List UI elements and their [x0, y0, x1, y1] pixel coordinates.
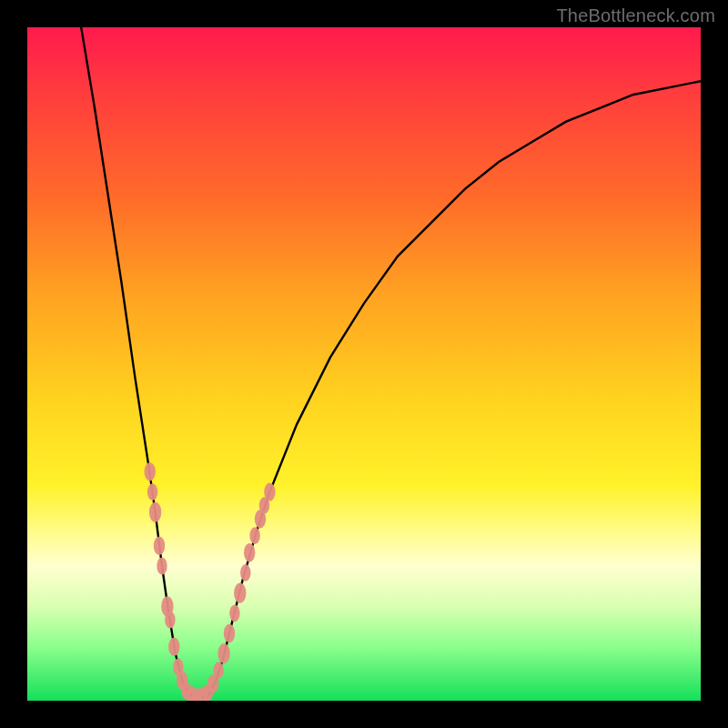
plot-area	[27, 27, 701, 701]
data-marker	[157, 558, 167, 575]
data-marker	[229, 604, 239, 622]
data-marker	[264, 482, 275, 500]
data-marker	[249, 527, 259, 544]
data-marker	[154, 537, 165, 555]
data-marker	[234, 583, 246, 603]
data-marker	[224, 624, 235, 642]
data-marker	[244, 543, 255, 561]
bottleneck-curve	[81, 27, 701, 697]
data-marker	[214, 662, 224, 679]
chart-frame: TheBottleneck.com	[0, 0, 728, 728]
data-marker	[240, 564, 250, 581]
data-marker	[147, 483, 157, 500]
watermark-text: TheBottleneck.com	[556, 5, 715, 26]
data-marker	[165, 612, 175, 629]
data-marker	[168, 638, 179, 656]
data-marker	[149, 502, 161, 522]
chart-svg	[27, 27, 701, 701]
data-marker	[217, 643, 229, 663]
data-marker	[145, 462, 156, 480]
